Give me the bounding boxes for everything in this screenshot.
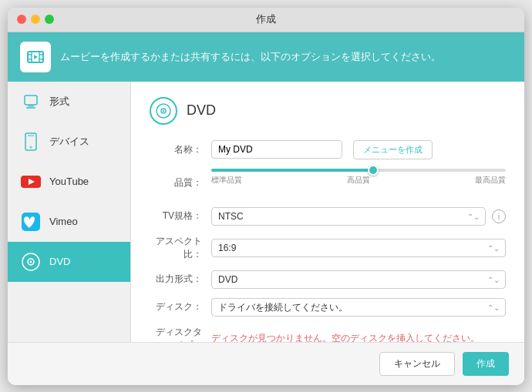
svg-point-22	[163, 109, 164, 111]
cancel-button[interactable]: キャンセル	[379, 352, 455, 376]
dvd-header: DVD	[150, 97, 506, 125]
header-bar: ムービーを作成するかまたは共有するには、以下のオプションを選択してください。	[8, 32, 524, 82]
film-icon	[26, 48, 45, 66]
titlebar: 作成	[8, 8, 524, 32]
aspect-select-wrapper: 16:9 4:3 ⌃⌄	[211, 239, 506, 257]
dvd-sidebar-icon	[20, 251, 42, 273]
name-row: 名称： メニューを作成	[150, 140, 506, 159]
main-window: 作成 ムービーを作成するかまたは共有するには、以下のオプションを選択してください…	[8, 8, 524, 385]
quality-track	[211, 169, 506, 172]
svg-point-19	[30, 260, 32, 263]
sidebar-label-youtube: YouTube	[49, 176, 89, 187]
output-row: 出力形式： DVD BD ⌃⌄	[150, 270, 506, 289]
aspect-control: 16:9 4:3 ⌃⌄	[211, 239, 506, 257]
name-label: 名称：	[150, 143, 211, 156]
dvd-content-icon	[150, 97, 177, 125]
disktype-row: ディスクタイプ： ディスクが見つかりません。空のディスクを挿入してください。	[150, 326, 506, 342]
name-input[interactable]	[211, 140, 342, 159]
header-icon	[20, 42, 51, 72]
sidebar-label-dvd: DVD	[49, 256, 70, 267]
aspect-label: アスペクト比：	[150, 235, 211, 261]
device-icon	[20, 131, 42, 152]
svg-point-12	[30, 146, 32, 148]
traffic-lights	[17, 15, 54, 24]
disktype-value: ディスクが見つかりません。空のディスクを挿入してください。	[211, 332, 480, 342]
footer: キャンセル 作成	[8, 342, 524, 385]
sidebar-label-vimeo: Vimeo	[49, 216, 78, 227]
sidebar-item-format[interactable]: 形式	[8, 82, 130, 122]
vimeo-icon	[20, 211, 42, 233]
create-button[interactable]: 作成	[463, 352, 509, 376]
output-select[interactable]: DVD BD	[211, 270, 506, 289]
dvd-content-title: DVD	[187, 102, 216, 119]
tv-row: TV規格： NTSC PAL ⌃⌄ i	[150, 207, 506, 226]
disk-row: ディスク： ドライバを接続してください。 ⌃⌄	[150, 298, 506, 317]
sidebar-item-vimeo[interactable]: Vimeo	[8, 202, 130, 242]
quality-slider-container: 標準品質 高品質 最高品質	[211, 169, 506, 198]
disk-select-wrapper: ドライバを接続してください。 ⌃⌄	[211, 298, 506, 317]
content-area: DVD 名称： メニューを作成 品質：	[131, 82, 524, 342]
window-title: 作成	[256, 12, 276, 26]
info-icon[interactable]: i	[492, 209, 506, 223]
sidebar-label-device: デバイス	[49, 135, 89, 149]
header-text: ムービーを作成するかまたは共有するには、以下のオプションを選択してください。	[60, 50, 441, 64]
svg-rect-8	[25, 95, 37, 105]
menu-button[interactable]: メニューを作成	[353, 140, 433, 159]
tv-select[interactable]: NTSC PAL	[211, 207, 486, 226]
quality-label: 品質：	[150, 176, 211, 189]
minimize-button[interactable]	[31, 15, 40, 24]
quality-low-label: 標準品質	[211, 175, 242, 186]
quality-mid-label: 高品質	[347, 175, 370, 186]
aspect-row: アスペクト比： 16:9 4:3 ⌃⌄	[150, 235, 506, 261]
quality-high-label: 最高品質	[475, 175, 506, 186]
disk-select[interactable]: ドライバを接続してください。	[211, 298, 506, 317]
svg-marker-7	[34, 55, 38, 59]
output-select-wrapper: DVD BD ⌃⌄	[211, 270, 506, 289]
sidebar-item-dvd[interactable]: DVD	[8, 242, 130, 282]
disktype-label: ディスクタイプ：	[150, 326, 211, 342]
quality-fill	[211, 169, 373, 172]
quality-row: 品質： 標準品質 高品質 最高品質	[150, 169, 506, 198]
sidebar-item-youtube[interactable]: YouTube	[8, 162, 130, 202]
sidebar-item-device[interactable]: デバイス	[8, 122, 130, 162]
format-icon	[20, 91, 42, 112]
quality-labels: 標準品質 高品質 最高品質	[211, 175, 506, 186]
quality-control: 標準品質 高品質 最高品質	[211, 169, 506, 198]
sidebar-label-format: 形式	[49, 95, 69, 109]
quality-thumb[interactable]	[368, 165, 379, 176]
disk-label: ディスク：	[150, 300, 211, 313]
disk-control: ドライバを接続してください。 ⌃⌄	[211, 298, 506, 317]
output-label: 出力形式：	[150, 273, 211, 286]
aspect-select[interactable]: 16:9 4:3	[211, 239, 506, 257]
close-button[interactable]	[17, 15, 26, 24]
name-field-container: メニューを作成	[211, 140, 506, 159]
sidebar: 形式 デバイス	[8, 82, 131, 342]
maximize-button[interactable]	[45, 15, 54, 24]
output-control: DVD BD ⌃⌄	[211, 270, 506, 289]
tv-label: TV規格：	[150, 209, 211, 223]
tv-select-wrapper: NTSC PAL ⌃⌄	[211, 207, 486, 226]
tv-control: NTSC PAL ⌃⌄ i	[211, 207, 506, 226]
youtube-icon	[20, 171, 42, 193]
svg-rect-9	[28, 105, 34, 107]
main-area: 形式 デバイス	[8, 82, 524, 342]
